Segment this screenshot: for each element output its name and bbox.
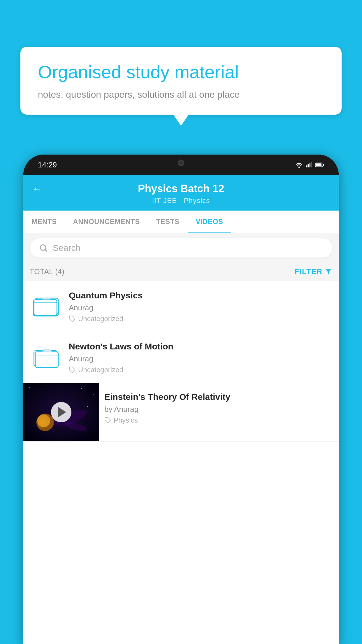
video-author-2: Anurag <box>69 354 332 363</box>
speech-bubble: Organised study material notes, question… <box>20 47 342 115</box>
tab-ments[interactable]: MENTS <box>23 211 65 233</box>
svg-marker-10 <box>326 269 331 274</box>
phone-camera <box>178 160 184 166</box>
svg-rect-3 <box>309 163 310 167</box>
battery-icon <box>315 162 324 167</box>
filter-icon <box>325 268 332 276</box>
video-item-1[interactable]: Quantum Physics Anurag Uncategorized <box>23 281 339 332</box>
search-bar[interactable]: Search <box>30 238 332 258</box>
search-placeholder: Search <box>53 243 80 253</box>
svg-rect-7 <box>323 164 324 166</box>
video-thumbnail-3 <box>23 383 99 441</box>
video-title-1: Quantum Physics <box>69 290 332 301</box>
video-item-2[interactable]: Newton's Laws of Motion Anurag Uncategor… <box>23 332 339 383</box>
video-item-3[interactable]: Einstein's Theory Of Relativity by Anura… <box>23 383 339 442</box>
phone-screen: ← Physics Batch 12 IIT JEE Physics MENTS… <box>23 175 339 644</box>
tag-icon-3 <box>104 417 111 424</box>
tag-icon-1 <box>69 315 76 322</box>
svg-rect-2 <box>308 164 309 167</box>
search-container: Search <box>23 233 339 262</box>
app-header: ← Physics Batch 12 IIT JEE Physics <box>23 175 339 211</box>
phone-frame: 14:29 <box>23 155 339 644</box>
tag-physics: Physics <box>184 197 210 204</box>
svg-rect-6 <box>316 163 321 166</box>
folder-icon-2 <box>33 344 59 370</box>
wifi-icon <box>295 162 303 168</box>
phone-time: 14:29 <box>38 160 57 169</box>
svg-point-25 <box>38 397 38 398</box>
svg-rect-4 <box>311 162 312 167</box>
video-tag-3: Physics <box>104 416 333 424</box>
svg-rect-17 <box>35 352 58 368</box>
svg-rect-14 <box>34 300 57 315</box>
play-button[interactable] <box>51 402 71 422</box>
tag-text-1: Uncategorized <box>78 315 123 323</box>
batch-subtitle: IIT JEE Physics <box>150 197 212 205</box>
tag-text-3: Physics <box>114 416 138 424</box>
svg-point-27 <box>26 412 27 412</box>
video-title-2: Newton's Laws of Motion <box>69 341 332 352</box>
batch-title: Physics Batch 12 <box>138 183 224 195</box>
svg-point-8 <box>40 245 46 250</box>
speech-bubble-subtitle: notes, question papers, solutions all at… <box>38 89 324 100</box>
svg-line-9 <box>45 250 47 251</box>
play-triangle <box>58 407 66 417</box>
video-title-3: Einstein's Theory Of Relativity <box>104 391 333 402</box>
tab-tests[interactable]: TESTS <box>148 211 188 233</box>
svg-point-21 <box>46 386 47 386</box>
svg-point-24 <box>67 385 67 386</box>
total-count: TOTAL (4) <box>30 267 64 276</box>
phone-notch <box>161 155 201 171</box>
video-tag-2: Uncategorized <box>69 366 332 374</box>
svg-point-22 <box>81 388 82 389</box>
video-info-3: Einstein's Theory Of Relativity by Anura… <box>99 383 339 430</box>
status-bar: 14:29 <box>23 155 339 175</box>
tab-announcements[interactable]: ANNOUNCEMENTS <box>65 211 148 233</box>
back-button[interactable]: ← <box>32 183 43 195</box>
filter-label: FILTER <box>295 267 322 276</box>
signal-icon <box>306 162 312 168</box>
tag-icon-2 <box>69 366 76 373</box>
video-tag-1: Uncategorized <box>69 315 332 323</box>
folder-icon-1 <box>33 293 59 319</box>
svg-point-20 <box>29 387 30 388</box>
svg-point-26 <box>87 406 88 407</box>
tag-text-2: Uncategorized <box>78 366 123 374</box>
search-icon <box>39 243 48 253</box>
status-icons <box>295 162 324 168</box>
svg-point-23 <box>93 394 94 395</box>
video-list: Quantum Physics Anurag Uncategorized <box>23 281 339 442</box>
video-author-1: Anurag <box>69 303 332 312</box>
tabs-container: MENTS ANNOUNCEMENTS TESTS VIDEOS <box>23 211 339 233</box>
tab-videos[interactable]: VIDEOS <box>188 211 231 233</box>
video-thumb-1 <box>30 290 62 322</box>
svg-rect-1 <box>306 165 307 167</box>
filter-button[interactable]: FILTER <box>295 267 332 276</box>
tag-iit-jee: IIT JEE <box>152 197 177 204</box>
speech-bubble-title: Organised study material <box>38 61 324 83</box>
video-author-3: by Anurag <box>104 405 333 414</box>
video-info-2: Newton's Laws of Motion Anurag Uncategor… <box>69 341 332 374</box>
video-thumb-2 <box>30 341 62 373</box>
filter-bar: TOTAL (4) FILTER <box>23 262 339 281</box>
svg-point-30 <box>37 414 50 427</box>
svg-point-0 <box>298 167 300 168</box>
video-info-1: Quantum Physics Anurag Uncategorized <box>69 290 332 323</box>
